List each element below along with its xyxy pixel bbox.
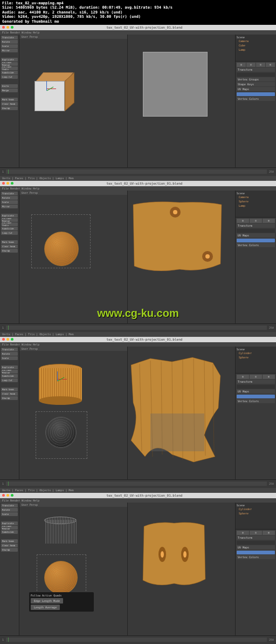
tool-shelf[interactable]: Translate Rotate Scale Duplicate Extrude… [0,503,19,635]
menu-items[interactable]: File Render Window Help [2,499,39,502]
top-menu-bar[interactable]: File Render Window Help [0,30,276,35]
outliner-item-camera[interactable]: Camera [237,39,275,43]
tab-data[interactable]: ▩ [263,375,275,379]
tool-translate[interactable]: Translate [1,348,18,351]
prop-field[interactable] [237,229,275,233]
properties-panel[interactable]: ▦ ▧ ▨ ▩ Transform Vertex Groups Shape Ke… [236,62,276,167]
tool-mark-seam[interactable]: Mark Seam [1,388,18,391]
section-vertex-colors[interactable]: Vertex Colors [237,243,275,247]
tool-extrude-region[interactable]: Extrude Region [1,370,18,374]
timeline-track[interactable] [6,482,267,486]
tool-mirror[interactable]: Mirror [1,49,18,52]
tool-merge[interactable]: Merge [1,89,18,92]
close-button[interactable] [2,26,5,29]
timeline-cursor[interactable] [8,170,9,174]
properties-panel[interactable]: ▦ ▨ ▩ Transform UV Maps Vertex Colors [236,374,276,479]
tool-translate[interactable]: Translate [1,36,18,39]
tab-data[interactable]: ▩ [263,219,275,223]
uvmap-entry[interactable] [237,239,275,242]
top-menu-bar[interactable]: File Render Window Help [0,498,276,503]
tab-render[interactable]: ▦ [237,531,249,535]
uvmap-entry[interactable] [237,551,275,554]
cube-mesh[interactable] [34,71,72,109]
menu-items[interactable]: File Render Window Help [2,31,39,34]
tool-duplicate[interactable]: Duplicate [1,521,18,525]
tool-extrude-region[interactable]: Extrude Region [1,526,18,530]
minimize-button[interactable] [6,494,9,497]
prop-field[interactable] [237,541,275,545]
minimize-button[interactable] [6,338,9,341]
3d-viewport[interactable]: User Persp Follow Active Quads Edge Leng… [19,503,128,635]
tool-knife[interactable]: Knife [1,84,18,88]
section-shape-keys[interactable]: Shape Keys [237,82,275,86]
tab-data[interactable]: ▩ [263,531,275,535]
section-uv-maps[interactable]: UV Maps [237,87,275,91]
tool-clear-seam[interactable]: Clear Seam [1,245,18,248]
tab-render[interactable]: ▦ [237,63,246,67]
tool-subdivide[interactable]: Subdivide [1,374,18,378]
outliner-item-lamp[interactable]: Lamp [237,48,275,52]
uv-layout[interactable] [143,52,208,117]
operator-popup[interactable]: Follow Active Quads Edge Length Mode Len… [29,592,94,612]
uvmap-entry[interactable] [237,395,275,398]
tool-clear-seam[interactable]: Clear Seam [1,544,18,547]
tool-unwrap[interactable]: Unwrap [1,249,18,253]
property-tabs[interactable]: ▦ ▨ ▩ [237,531,275,535]
tool-rotate[interactable]: Rotate [1,40,18,44]
uvmap-entry[interactable] [237,92,275,96]
outliner[interactable]: Scene Cylinder Sphere [236,347,276,374]
tab-data[interactable]: ▩ [266,63,275,67]
maximize-button[interactable] [11,494,13,497]
tool-clear-seam[interactable]: Clear Seam [1,392,18,396]
property-tabs[interactable]: ▦ ▨ ▩ [237,219,275,223]
tool-scale[interactable]: Scale [1,356,18,360]
tool-clear-seam[interactable]: Clear Seam [1,102,18,106]
tab-render[interactable]: ▦ [237,219,249,223]
close-button[interactable] [2,182,5,185]
tab-object[interactable]: ▨ [250,531,262,535]
tool-shelf[interactable]: Translate Rotate Scale Mirror Duplicate … [0,191,19,323]
tool-subdivide[interactable]: Subdivide [1,227,18,231]
tool-extrude-region[interactable]: Extrude Region [1,218,18,222]
tool-duplicate[interactable]: Duplicate [1,365,18,369]
outliner[interactable]: Scene Camera Cube Lamp [236,35,276,62]
uv-cylinder-unwrap[interactable] [129,354,224,464]
section-transform[interactable]: Transform [237,379,275,384]
timeline[interactable]: 1 250 [0,167,276,176]
timeline[interactable]: 1 250 [0,635,276,644]
minimize-button[interactable] [6,26,9,29]
tab-render[interactable]: ▦ [237,375,249,379]
outliner-item-cylinder[interactable]: Cylinder [237,351,275,355]
tool-mark-seam[interactable]: Mark Seam [1,98,18,101]
section-transform[interactable]: Transform [237,223,275,228]
timeline-cursor[interactable] [8,482,9,486]
tab-object[interactable]: ▨ [250,375,262,379]
timeline-track[interactable] [6,638,267,642]
timeline-track[interactable] [6,170,267,174]
section-uv-maps[interactable]: UV Maps [237,233,275,238]
popup-option-2[interactable]: Length Average [31,605,60,610]
outliner-item-cylinder[interactable]: Cylinder [237,507,275,511]
tool-mirror[interactable]: Mirror [1,205,18,208]
cylinder-wireframe[interactable] [44,517,77,544]
tool-mark-seam[interactable]: Mark Seam [1,539,18,543]
tool-rotate[interactable]: Rotate [1,352,18,356]
maximize-button[interactable] [11,182,13,185]
properties-panel[interactable]: ▦ ▨ ▩ Transform UV Maps Vertex Colors [236,218,276,323]
tool-scale[interactable]: Scale [1,44,18,48]
timeline[interactable]: 1 250 [0,323,276,332]
tool-scale[interactable]: Scale [1,200,18,204]
section-transform[interactable]: Transform [237,67,275,72]
tool-extrude-indiv[interactable]: Extrude Indiv [1,222,18,226]
property-tabs[interactable]: ▦ ▨ ▩ [237,375,275,379]
tool-subdivide[interactable]: Subdivide [1,530,18,534]
timeline-cursor[interactable] [8,638,9,642]
uv-image-editor[interactable] [128,35,236,167]
menu-items[interactable]: File Render Window Help [2,187,39,190]
section-vertex-groups[interactable]: Vertex Groups [237,77,275,82]
outliner[interactable]: Scene Cylinder Sphere [236,503,276,530]
outliner-item-camera[interactable]: Camera [237,195,275,199]
tool-duplicate[interactable]: Duplicate [1,58,18,62]
tool-unwrap[interactable]: Unwrap [1,548,18,552]
outliner-item-sphere[interactable]: Sphere [237,199,275,204]
